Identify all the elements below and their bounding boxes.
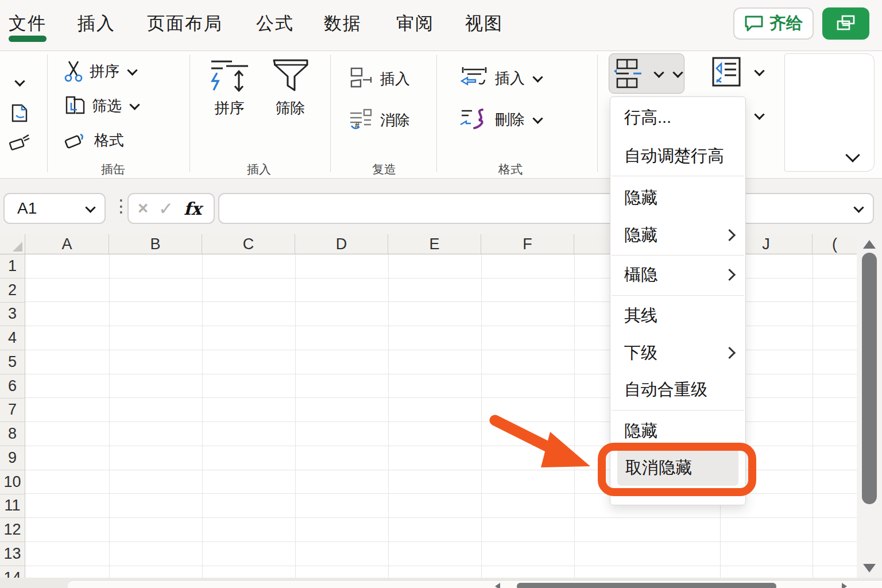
speech-bubble-icon: [744, 15, 764, 32]
row-header-12[interactable]: 12: [0, 518, 25, 542]
annotation-ring: [598, 443, 756, 496]
paste-icon[interactable]: [10, 103, 30, 123]
format-button[interactable]: 格式: [64, 130, 124, 150]
menu-item-sublevel[interactable]: 下级: [610, 336, 745, 369]
row-header-3[interactable]: 3: [0, 303, 25, 327]
column-header-E[interactable]: E: [388, 234, 481, 254]
delete-squiggle-icon: [459, 107, 488, 131]
chevron-down-icon[interactable]: [754, 65, 764, 76]
menu-item-hide-2[interactable]: 隐藏: [610, 218, 745, 252]
tab-insert[interactable]: 插入: [78, 11, 115, 36]
row-header-8[interactable]: 8: [0, 422, 25, 446]
scroll-left-arrow[interactable]: [495, 583, 500, 588]
scroll-up-arrow[interactable]: [863, 240, 876, 249]
scroll-down-arrow[interactable]: [863, 564, 876, 572]
row-header-1[interactable]: 1: [0, 254, 25, 278]
tab-file[interactable]: 文件: [9, 11, 47, 36]
fx-icon[interactable]: fx: [184, 199, 202, 219]
tab-formulas[interactable]: 公式: [256, 11, 294, 36]
cell-styles-button[interactable]: [712, 57, 741, 87]
scroll-right-arrow[interactable]: [842, 583, 847, 588]
row-header-10[interactable]: 10: [0, 470, 25, 494]
shapes-icon: [349, 67, 373, 90]
menu-item-label: 隐藏: [624, 421, 657, 440]
chevron-down-icon: [532, 72, 543, 82]
horizontal-scrollbar-thumb[interactable]: [517, 583, 776, 588]
tab-page-layout[interactable]: 页面布局: [147, 11, 223, 36]
tab-review[interactable]: 审阅: [396, 11, 434, 36]
menu-separator: [612, 255, 744, 256]
vertical-scrollbar-thumb[interactable]: [862, 253, 877, 504]
row-header-11[interactable]: 11: [0, 494, 25, 519]
clear-button[interactable]: # 消除: [349, 109, 410, 131]
name-box[interactable]: A1: [3, 193, 106, 224]
menu-item-auto-merge[interactable]: 自动合重级: [610, 373, 745, 406]
submenu-arrow-icon: [724, 347, 736, 359]
cancel-icon[interactable]: ×: [138, 198, 148, 219]
row-header-6[interactable]: 6: [0, 374, 25, 399]
menu-item-label: 隐藏: [624, 226, 657, 244]
select-all-corner[interactable]: [0, 234, 25, 254]
row-header-4[interactable]: 4: [0, 326, 25, 350]
gridline: [295, 254, 296, 588]
menu-item-autofit-row-height[interactable]: 自动调楚行高: [610, 139, 745, 172]
delete-cells-button[interactable]: 刪除: [459, 107, 541, 131]
ribbon-divider: [47, 55, 48, 172]
gridline: [109, 254, 110, 588]
copy-group-label: 复造: [372, 161, 396, 177]
row-header-13[interactable]: 13: [0, 542, 25, 566]
row-header-7[interactable]: 7: [0, 399, 25, 423]
menu-item-row-height[interactable]: 行高...: [610, 100, 745, 134]
undo-chevron-icon[interactable]: [14, 76, 25, 86]
menu-item-hide-1[interactable]: 隐藏: [610, 181, 745, 214]
row-format-button[interactable]: [609, 53, 684, 94]
svg-text:#: #: [355, 121, 359, 130]
menu-item-unhide-sub[interactable]: 欇隐: [610, 258, 745, 291]
gridline: [481, 254, 482, 588]
sort-button-label: 拼序: [215, 98, 245, 118]
tab-data-label: 数据: [324, 13, 362, 33]
share-button[interactable]: [822, 7, 869, 40]
filter-select-button[interactable]: 筛选: [64, 95, 138, 117]
row-header-5[interactable]: 5: [0, 350, 25, 374]
insert-cells-button[interactable]: 插入: [459, 66, 541, 90]
chevron-down-icon: [532, 113, 543, 123]
column-header-A[interactable]: A: [25, 234, 109, 254]
cut-sort-button[interactable]: 拼序: [64, 60, 136, 82]
column-header-F[interactable]: F: [481, 234, 574, 254]
menu-item-label: 自动合重级: [624, 380, 707, 399]
row-header-9[interactable]: 9: [0, 446, 25, 470]
formula-actions: × ✓ fx: [127, 193, 215, 224]
format-painter-icon[interactable]: [8, 133, 31, 153]
sort-button[interactable]: 拼序: [202, 58, 257, 118]
clear-label: 消除: [380, 110, 410, 130]
filter-button-label: 筛除: [276, 98, 305, 118]
scissors-icon: [64, 60, 83, 82]
column-header-K[interactable]: (: [813, 234, 857, 254]
ribbon-divider: [436, 55, 437, 172]
name-box-value: A1: [17, 199, 37, 218]
tab-view-label: 视图: [465, 13, 503, 33]
chevron-down-icon[interactable]: [754, 109, 764, 119]
menu-item-other[interactable]: 其线: [610, 299, 745, 332]
menu-separator: [612, 410, 744, 411]
insert-cells-label: 插入: [495, 68, 525, 88]
select-all-triangle-icon: [13, 242, 22, 252]
ribbon: 拼序 筛选 格式 插缶 拼序: [0, 51, 882, 179]
tab-data[interactable]: 数据: [324, 11, 362, 36]
row-header-2[interactable]: 2: [0, 278, 25, 303]
column-header-C[interactable]: C: [202, 234, 295, 254]
column-header-B[interactable]: B: [109, 234, 202, 254]
funnel-icon: [272, 58, 310, 94]
insert-shapes-button[interactable]: 插入: [349, 67, 410, 90]
tab-formulas-label: 公式: [256, 13, 294, 33]
comments-button[interactable]: 齐给: [733, 7, 814, 40]
active-tab-underline: [9, 36, 47, 42]
enter-icon[interactable]: ✓: [158, 198, 173, 219]
menu-separator: [612, 176, 744, 176]
tab-view[interactable]: 视图: [465, 11, 503, 36]
submenu-arrow-icon: [724, 229, 736, 241]
filter-button[interactable]: 筛除: [263, 58, 318, 118]
column-header-D[interactable]: D: [295, 234, 388, 254]
formula-input[interactable]: [218, 193, 874, 224]
